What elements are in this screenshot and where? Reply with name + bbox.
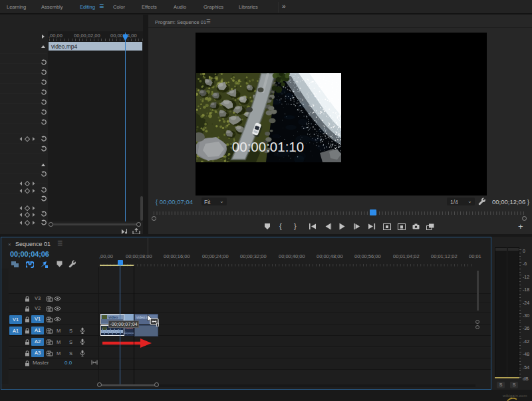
svg-text:00:00:01:10: 00:00:01:10 — [232, 139, 304, 154]
